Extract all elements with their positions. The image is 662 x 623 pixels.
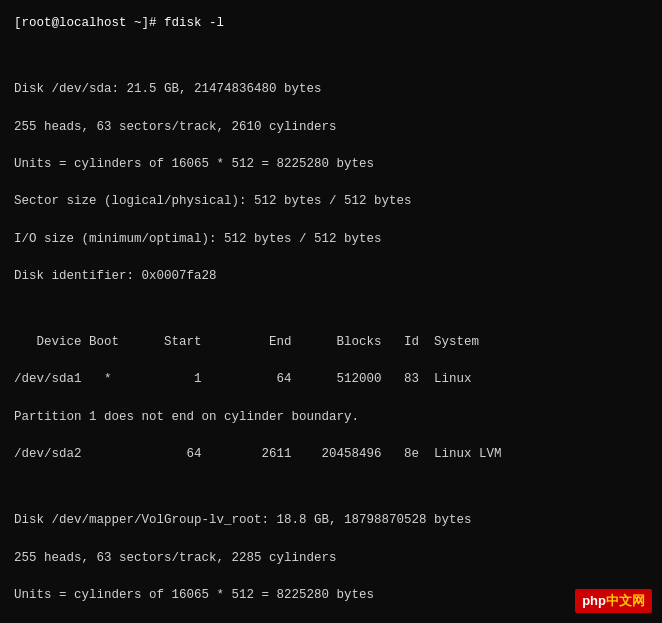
watermark-cn: 中文网: [606, 593, 645, 608]
terminal-line-12: /dev/sda2 64 2611 20458496 8e Linux LVM: [14, 445, 648, 464]
terminal-line-16: Units = cylinders of 16065 * 512 = 82252…: [14, 586, 648, 605]
terminal-line-9: Device Boot Start End Blocks Id System: [14, 333, 648, 352]
terminal-line-5: Sector size (logical/physical): 512 byte…: [14, 192, 648, 211]
watermark-badge: php中文网: [575, 589, 652, 613]
terminal-line-7: Disk identifier: 0x0007fa28: [14, 267, 648, 286]
terminal-line-6: I/O size (minimum/optimal): 512 bytes / …: [14, 230, 648, 249]
watermark-php: php: [582, 593, 606, 608]
terminal-line-4: Units = cylinders of 16065 * 512 = 82252…: [14, 155, 648, 174]
terminal-line-13: [14, 482, 648, 492]
terminal-line-14: Disk /dev/mapper/VolGroup-lv_root: 18.8 …: [14, 511, 648, 530]
terminal-line-10: /dev/sda1 * 1 64 512000 83 Linux: [14, 370, 648, 389]
terminal-window: [root@localhost ~]# fdisk -l Disk /dev/s…: [0, 0, 662, 623]
terminal-line-0: [root@localhost ~]# fdisk -l: [14, 14, 648, 33]
terminal-content: [root@localhost ~]# fdisk -l Disk /dev/s…: [6, 8, 656, 623]
terminal-line-15: 255 heads, 63 sectors/track, 2285 cylind…: [14, 549, 648, 568]
terminal-line-11: Partition 1 does not end on cylinder bou…: [14, 408, 648, 427]
terminal-line-8: [14, 304, 648, 314]
terminal-line-1: [14, 51, 648, 61]
terminal-line-2: Disk /dev/sda: 21.5 GB, 21474836480 byte…: [14, 80, 648, 99]
terminal-line-3: 255 heads, 63 sectors/track, 2610 cylind…: [14, 118, 648, 137]
